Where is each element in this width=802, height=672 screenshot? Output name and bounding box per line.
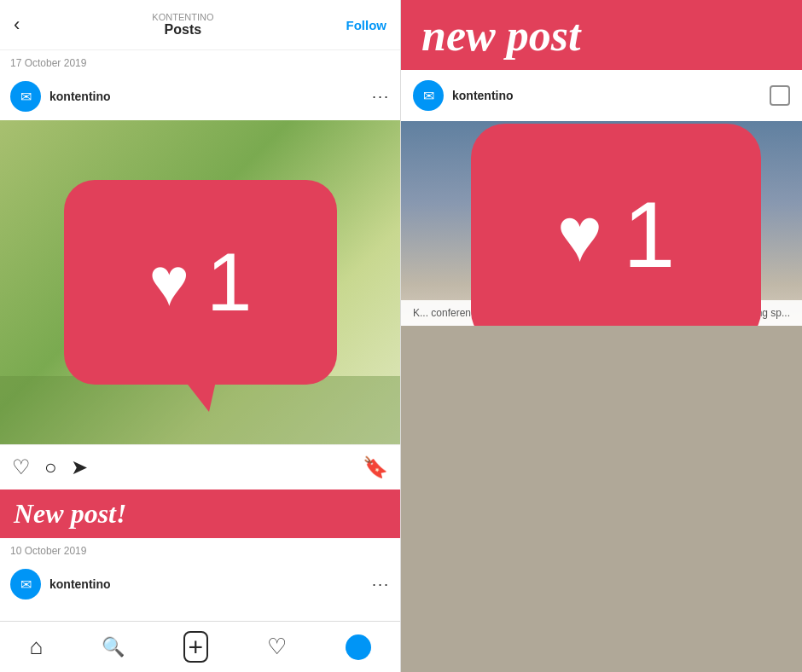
post-card-2: ✉ kontentino ··· [0,560,400,608]
profile-nav-button[interactable] [346,634,371,660]
username-2: kontentino [49,577,111,591]
add-nav-button[interactable]: + [183,631,209,663]
share-button-1[interactable]: ➤ [71,455,88,479]
avatar-icon: ✉ [20,89,32,105]
post-options-button-1[interactable]: ··· [372,88,390,106]
new-post-header-text: new post [421,14,782,58]
date-label-1: 17 October 2019 [0,50,400,72]
new-post-banner: New post! [0,490,400,538]
new-post-header: new post [401,0,802,70]
heart-icon-1: ♥ [149,248,190,316]
back-button[interactable]: ‹ [14,14,20,36]
avatar-1: ✉ [10,81,41,112]
avatar-2: ✉ [10,569,41,600]
header-center: KONTENTINO Posts [152,12,213,38]
post-image-1: ♥ 1 [0,120,401,444]
username-1: kontentino [49,90,111,103]
post-header-left: ✉ kontentino [10,81,111,112]
action-right-1: 🔖 [363,455,388,479]
save-button-1[interactable]: 🔖 [363,455,388,478]
action-left-1: ♡ ○ ➤ [12,455,88,479]
post-header-2: ✉ kontentino ··· [0,560,400,608]
post-card-1: ✉ kontentino ··· ♥ 1 ♡ ○ ➤ 🔖 [0,72,400,538]
right-avatar: ✉ [413,80,444,111]
right-post-header-left: ✉ kontentino [413,80,514,111]
post-header-1: ✉ kontentino ··· [0,72,400,120]
date-label-2: 10 October 2019 [0,538,400,560]
avatar-icon-2: ✉ [20,576,32,593]
heart-nav-button[interactable]: ♡ [267,634,287,660]
right-avatar-icon: ✉ [423,88,434,104]
right-like-count: 1 [623,188,675,281]
posts-label: Posts [152,22,213,38]
like-count-1: 1 [206,241,252,323]
right-heart-icon: ♥ [557,196,602,273]
like-button-1[interactable]: ♡ [12,455,31,479]
right-panel: new post ✉ kontentino ♥ 1 [401,0,802,672]
right-username: kontentino [452,89,514,102]
right-post-image: ♥ 1 K... conference! ur amazing sp... [401,121,802,326]
search-nav-button[interactable]: 🔍 [102,636,125,658]
action-bar-1: ♡ ○ ➤ 🔖 [0,444,400,490]
right-post-header: ✉ kontentino [401,70,802,121]
right-background-area [401,326,802,672]
bottom-nav: ⌂ 🔍 + ♡ [0,621,400,672]
new-post-text: New post! [14,498,126,529]
like-bubble-1: ♥ 1 [64,180,337,385]
post-options-button-2[interactable]: ··· [372,576,390,594]
left-panel: ‹ KONTENTINO Posts Follow 17 October 201… [0,0,401,672]
square-icon [770,85,790,106]
left-header: ‹ KONTENTINO Posts Follow [0,0,400,50]
post-header-left-2: ✉ kontentino [10,569,111,600]
account-name: KONTENTINO [152,12,213,22]
comment-button-1[interactable]: ○ [44,455,57,479]
follow-button[interactable]: Follow [346,18,386,32]
right-like-bubble: ♥ 1 [471,124,761,326]
home-nav-button[interactable]: ⌂ [29,634,43,660]
right-notification-card: ✉ kontentino ♥ 1 K... conference! ur ama… [401,70,802,326]
